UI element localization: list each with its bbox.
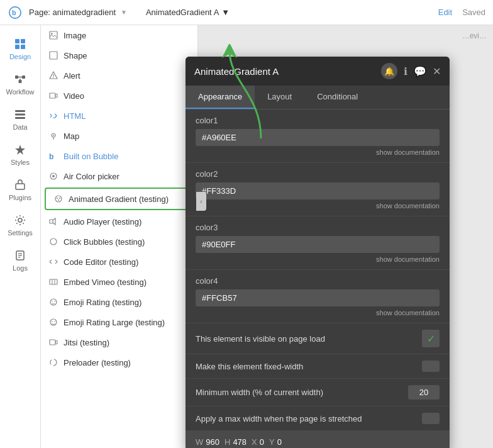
- h-value[interactable]: 478: [233, 437, 246, 447]
- bubble-icon: b: [48, 151, 58, 161]
- max-width-toggle[interactable]: [422, 413, 440, 424]
- w-value[interactable]: 960: [206, 437, 219, 447]
- svg-rect-14: [16, 184, 25, 189]
- svg-rect-12: [15, 114, 25, 116]
- max-width-label: Apply a max width when the page is stret…: [196, 414, 422, 423]
- tab-conditional[interactable]: Conditional: [304, 86, 370, 109]
- svg-point-45: [52, 321, 53, 322]
- image-icon: [48, 30, 58, 40]
- shape-icon: [48, 50, 58, 60]
- plugin-item-shape[interactable]: Shape: [41, 45, 197, 65]
- svg-rect-36: [50, 220, 53, 223]
- plugin-label: Air Color picker: [64, 172, 119, 181]
- sidebar-item-plugins[interactable]: Plugins: [0, 172, 40, 208]
- plugin-item-bubbles[interactable]: Click Bubbles (testing): [41, 232, 197, 252]
- svg-rect-5: [21, 45, 25, 49]
- sidebar-item-logs[interactable]: Logs: [0, 243, 40, 278]
- comment-icon[interactable]: 💬: [414, 65, 426, 77]
- plugin-item-emoji-large[interactable]: Emoji Rating Large (testing): [41, 312, 197, 332]
- svg-rect-4: [15, 45, 19, 49]
- version-dropdown-arrow: ▼: [221, 8, 230, 17]
- y-value[interactable]: 0: [277, 437, 282, 447]
- canvas-area: …evi… AnimatedGradient A 🔔 ℹ 💬 ✕: [198, 25, 493, 448]
- x-value[interactable]: 0: [260, 437, 264, 447]
- toggle-fixed-width[interactable]: Make this element fixed-width: [186, 354, 450, 379]
- page-selector[interactable]: Page: animatedgradient ▼: [29, 8, 127, 17]
- plugin-label: Jitsi (testing): [64, 338, 109, 347]
- plugin-item-jitsi[interactable]: Jitsi (testing): [41, 332, 197, 352]
- plugin-item-vimeo[interactable]: Embed Vimeo (testing): [41, 272, 197, 292]
- color3-doc-link[interactable]: show documentation: [196, 255, 440, 263]
- plugin-item-alert[interactable]: Alert: [41, 65, 197, 86]
- plugin-label: HTML: [64, 111, 86, 121]
- tab-layout[interactable]: Layout: [255, 86, 304, 109]
- min-width-row: Minimum width (% of current width): [186, 379, 450, 406]
- plugin-item-bubble[interactable]: b Built on Bubble: [41, 146, 197, 166]
- svg-point-21: [51, 33, 52, 34]
- page-label: Page: animatedgradient: [29, 8, 116, 17]
- plugin-item-animated-gradient[interactable]: Animated Gradient (testing): [45, 188, 194, 210]
- version-selector[interactable]: AnimatedGradient A ▼: [146, 8, 230, 17]
- colorpicker-icon: [48, 171, 58, 181]
- edit-button[interactable]: Edit: [438, 8, 452, 17]
- modal-bottom-bar: W 960 H 478 X 0 Y 0: [186, 431, 450, 448]
- field-color4: color4 #FFCB57 show documentation: [186, 270, 450, 323]
- x-item: X 0: [252, 437, 264, 447]
- settings-label: Settings: [8, 229, 33, 237]
- plugin-label: Emoji Rating Large (testing): [64, 318, 165, 327]
- w-label: W: [196, 437, 203, 447]
- tab-appearance[interactable]: Appearance: [186, 86, 255, 109]
- plugin-item-audio[interactable]: Audio Player (testing): [41, 211, 197, 232]
- plugin-item-emoji[interactable]: Emoji Rating (testing): [41, 292, 197, 312]
- color3-value[interactable]: #90E0FF: [196, 236, 440, 253]
- color4-value[interactable]: #FFCB57: [196, 289, 440, 306]
- page-dropdown-arrow: ▼: [121, 9, 127, 16]
- color2-label: color2: [196, 169, 440, 179]
- plugin-item-image[interactable]: Image: [41, 25, 197, 45]
- plugin-item-code-editor[interactable]: Code Editor (testing): [41, 252, 197, 272]
- color4-doc-link[interactable]: show documentation: [196, 309, 440, 316]
- top-bar: b Page: animatedgradient ▼ AnimatedGradi…: [0, 0, 493, 25]
- fixed-width-toggle[interactable]: [422, 361, 440, 372]
- toggle-max-width[interactable]: Apply a max width when the page is stret…: [186, 406, 450, 431]
- plugin-label: Embed Vimeo (testing): [64, 277, 147, 287]
- sidebar-item-settings[interactable]: Settings: [0, 208, 40, 243]
- color3-label: color3: [196, 223, 440, 232]
- color2-value[interactable]: #FF333D: [196, 182, 440, 199]
- svg-point-48: [50, 359, 57, 366]
- field-color1: color1 #A960EE show documentation: [186, 109, 450, 163]
- modal-panel: AnimatedGradient A 🔔 ℹ 💬 ✕ Appearance La…: [186, 57, 450, 448]
- svg-rect-6: [15, 76, 18, 79]
- plugin-label: Alert: [64, 71, 80, 81]
- x-label: X: [252, 437, 257, 447]
- plugin-item-html[interactable]: HTML: [41, 106, 197, 126]
- sidebar-item-styles[interactable]: Styles: [0, 137, 40, 172]
- sidebar-item-workflow[interactable]: Workflow: [0, 67, 40, 102]
- plugin-item-map[interactable]: Map: [41, 126, 197, 146]
- color1-doc-link[interactable]: show documentation: [196, 148, 440, 156]
- min-width-label: Minimum width (% of current width): [196, 388, 408, 397]
- close-icon[interactable]: ✕: [433, 65, 441, 77]
- top-bar-actions: Edit Saved: [438, 8, 485, 17]
- color1-value[interactable]: #A960EE: [196, 129, 440, 146]
- emoji2-icon: [48, 317, 58, 327]
- info-icon[interactable]: ℹ: [404, 65, 407, 77]
- preloader-icon: [48, 357, 58, 367]
- plugin-item-video[interactable]: Video: [41, 86, 197, 106]
- plugin-item-colorpicker[interactable]: Air Color picker: [41, 166, 197, 186]
- svg-point-42: [52, 301, 53, 302]
- visible-on-load-toggle[interactable]: ✓: [422, 330, 440, 347]
- toggle-visible-on-load[interactable]: This element is visible on page load ✓: [186, 323, 450, 354]
- panel-collapse-arrow[interactable]: ‹: [196, 192, 206, 211]
- color2-doc-link[interactable]: show documentation: [196, 202, 440, 210]
- plugin-item-preloader[interactable]: Preloader (testing): [41, 352, 197, 372]
- plugin-label: Map: [64, 132, 79, 141]
- sidebar-item-design[interactable]: Design: [0, 31, 40, 67]
- version-label: AnimatedGradient A: [146, 8, 219, 17]
- sidebar-item-data[interactable]: Data: [0, 102, 40, 137]
- code-icon: [48, 257, 58, 267]
- color1-label: color1: [196, 116, 440, 125]
- logs-label: Logs: [13, 264, 28, 272]
- notification-icon[interactable]: 🔔: [381, 63, 397, 79]
- min-width-input[interactable]: [408, 385, 440, 400]
